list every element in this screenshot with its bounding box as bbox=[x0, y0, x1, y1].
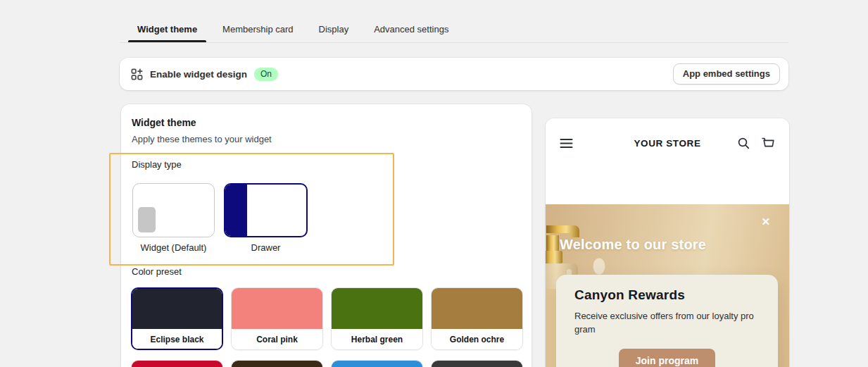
display-type-option-label: Widget (Default) bbox=[141, 242, 207, 253]
swatch-color bbox=[432, 288, 522, 329]
swatch-color bbox=[432, 361, 522, 367]
swatch-label: Coral pink bbox=[232, 329, 322, 349]
swatch-label: Eclipse black bbox=[132, 329, 222, 349]
swatch-label: Golden ochre bbox=[432, 329, 522, 349]
drawer-thumbnail[interactable] bbox=[224, 183, 308, 237]
tab-membership-card[interactable]: Membership card bbox=[213, 18, 302, 42]
drawer-panel-shape bbox=[225, 185, 247, 236]
display-type-options: Widget (Default) Drawer bbox=[132, 183, 308, 253]
color-preset-label: Color preset bbox=[132, 266, 182, 277]
join-program-button[interactable]: Join program bbox=[619, 349, 715, 367]
card-subtitle: Apply these themes to your widget bbox=[132, 134, 272, 144]
color-preset-partial-3[interactable] bbox=[331, 360, 423, 367]
banner-title: Welcome to our store bbox=[560, 237, 706, 253]
swatch-color bbox=[232, 361, 322, 367]
close-icon[interactable]: ✕ bbox=[761, 216, 770, 227]
display-type-label: Display type bbox=[132, 159, 182, 170]
store-preview-panel: YOUR STORE bbox=[546, 118, 789, 367]
tab-widget-theme[interactable]: Widget theme bbox=[128, 18, 206, 42]
widget-theme-card: Widget theme Apply these themes to your … bbox=[121, 104, 532, 367]
color-preset-herbal-green[interactable]: Herbal green bbox=[331, 287, 423, 350]
app-embed-settings-button[interactable]: App embed settings bbox=[673, 63, 780, 85]
tab-display[interactable]: Display bbox=[310, 18, 358, 42]
loyalty-widget-card: Canyon Rewards Receive exclusive offers … bbox=[556, 275, 778, 367]
store-banner: ✕ Welcome to our store Canyon Rewards Re… bbox=[546, 204, 789, 367]
tab-advanced-settings[interactable]: Advanced settings bbox=[365, 18, 458, 42]
color-preset-row-1: Eclipse black Coral pink Herbal green Go… bbox=[131, 287, 523, 350]
color-preset-partial-2[interactable] bbox=[231, 360, 323, 367]
enable-widget-label: Enable widget design bbox=[150, 69, 247, 80]
swatch-color bbox=[132, 289, 222, 329]
tabs-divider bbox=[120, 42, 788, 43]
enable-widget-bar: Enable widget design On App embed settin… bbox=[120, 58, 788, 90]
color-preset-golden-ochre[interactable]: Golden ochre bbox=[431, 287, 523, 350]
swatch-color bbox=[332, 288, 422, 329]
display-type-widget-default[interactable]: Widget (Default) bbox=[132, 183, 215, 253]
color-preset-eclipse-black[interactable]: Eclipse black bbox=[131, 287, 223, 350]
display-type-drawer[interactable]: Drawer bbox=[224, 183, 308, 253]
widget-bubble-shape bbox=[138, 207, 156, 232]
color-preset-partial-4[interactable] bbox=[431, 360, 523, 367]
loyalty-title: Canyon Rewards bbox=[574, 287, 760, 303]
color-preset-coral-pink[interactable]: Coral pink bbox=[231, 287, 323, 350]
search-icon[interactable] bbox=[737, 137, 750, 153]
settings-tabs: Widget theme Membership card Display Adv… bbox=[128, 18, 458, 42]
loyalty-description: Receive exclusive offers from our loyalt… bbox=[574, 309, 760, 336]
swatch-color bbox=[232, 288, 322, 329]
swatch-color bbox=[132, 361, 222, 367]
store-header: YOUR STORE bbox=[546, 118, 789, 204]
display-type-option-label: Drawer bbox=[251, 242, 281, 253]
status-badge-on: On bbox=[254, 68, 278, 81]
cart-icon[interactable] bbox=[761, 137, 775, 152]
card-title: Widget theme bbox=[132, 117, 196, 128]
color-preset-partial-1[interactable] bbox=[131, 360, 223, 367]
swatch-label: Herbal green bbox=[332, 329, 422, 349]
swatch-color bbox=[332, 361, 422, 367]
color-preset-row-2 bbox=[131, 360, 523, 367]
apps-grid-plus-icon bbox=[131, 68, 143, 80]
widget-default-thumbnail[interactable] bbox=[132, 183, 215, 237]
